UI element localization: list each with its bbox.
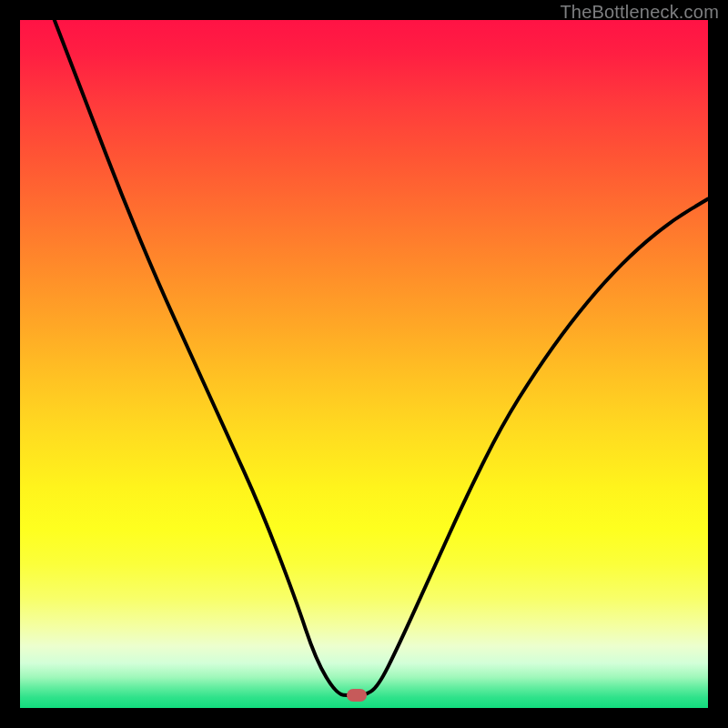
attribution-text: TheBottleneck.com (560, 2, 719, 23)
curve-layer (20, 20, 708, 708)
plot-area (20, 20, 708, 708)
optimal-point-marker (347, 689, 367, 702)
bottleneck-curve (55, 20, 708, 695)
chart-container: TheBottleneck.com (0, 0, 728, 728)
